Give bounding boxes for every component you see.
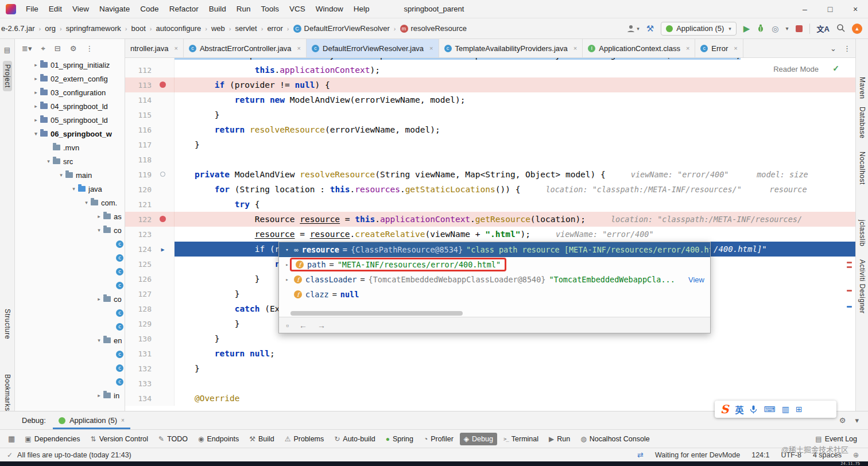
project-view-dropdown-icon[interactable]: ≣▾: [22, 44, 32, 53]
chevron-right-icon[interactable]: ▸: [32, 76, 40, 81]
toolwindow-button-vcs[interactable]: ⇅Version Control: [87, 433, 153, 445]
collapse-all-icon[interactable]: ⊟: [55, 44, 61, 53]
breadcrumb-item[interactable]: CDefaultErrorViewResolver: [293, 24, 390, 33]
breadcrumb-item[interactable]: mresolveResource: [400, 24, 467, 33]
back-icon[interactable]: ←: [299, 321, 307, 330]
tab-options-icon[interactable]: ⋮: [843, 44, 851, 53]
editor-tab[interactable]: cError×: [695, 39, 743, 57]
code-line-112[interactable]: 112 this.applicationContext);: [125, 63, 855, 77]
toolwindow-button-profiler[interactable]: ◔Profiler: [420, 433, 458, 445]
tree-item[interactable]: ▸03_configuration: [15, 86, 125, 99]
close-button[interactable]: ×: [843, 0, 868, 18]
debug-session-tab[interactable]: Application (5) ×: [53, 411, 130, 429]
chevron-right-icon[interactable]: ▸: [95, 213, 103, 219]
tree-item[interactable]: c: [15, 306, 125, 320]
code-line-133[interactable]: 133: [125, 376, 855, 391]
code-line-120[interactable]: 120 for (String location : this.resource…: [125, 182, 855, 197]
build-hammer-icon[interactable]: ⚒: [646, 24, 654, 34]
menu-item-build[interactable]: Build: [204, 0, 231, 18]
menu-item-navigate[interactable]: Navigate: [94, 0, 135, 18]
toolwindow-button-todo[interactable]: ✎TODO: [154, 433, 192, 445]
close-icon[interactable]: ×: [734, 45, 737, 52]
error-stripe-mark[interactable]: [847, 266, 852, 268]
menu-item-edit[interactable]: Edit: [44, 0, 67, 18]
breadcrumb-item[interactable]: org: [45, 24, 56, 33]
tree-item[interactable]: c: [15, 278, 125, 292]
tree-item[interactable]: c: [15, 265, 125, 278]
hide-icon[interactable]: ▾: [855, 416, 859, 425]
bp-gutter-icon[interactable]: [152, 81, 174, 89]
toolwindow-button-nocalhost[interactable]: ◍Nocalhost Console: [576, 433, 653, 445]
forward-icon[interactable]: →: [317, 321, 326, 330]
close-icon[interactable]: ×: [297, 45, 301, 52]
tool-stripe-bookmarks[interactable]: Bookmarks: [3, 374, 11, 411]
toolwindow-button-autobuild[interactable]: ↻Auto-build: [330, 433, 379, 445]
tree-item[interactable]: ▸05_springboot_ld: [15, 113, 125, 127]
chevron-down-icon[interactable]: ▾: [284, 247, 290, 253]
tree-item[interactable]: c: [15, 320, 125, 333]
popup-header-row[interactable]: ▾∞resource = {ClassPathResource@8534} "c…: [279, 242, 710, 257]
toolwindow-button-build[interactable]: ⚒Build: [245, 433, 278, 445]
toolwindow-button-run[interactable]: ▶Run: [545, 433, 574, 445]
code-line-121[interactable]: 121 try {: [125, 197, 855, 212]
code-line-111[interactable]: 111 TemplateAvailabilityProvider provide…: [125, 58, 855, 63]
editor-tab[interactable]: IApplicationContext.class×: [583, 39, 695, 57]
breadcrumb-item[interactable]: boot: [131, 24, 145, 33]
tree-item[interactable]: ▾com.: [15, 196, 125, 209]
menu-item-run[interactable]: Run: [231, 0, 256, 18]
menu-item-tools[interactable]: Tools: [255, 0, 284, 18]
bp-gutter-icon[interactable]: [152, 216, 174, 223]
breadcrumb-item[interactable]: error: [267, 24, 282, 33]
code-line-118[interactable]: 118: [125, 152, 855, 167]
menu-item-code[interactable]: Code: [135, 0, 164, 18]
code-editor[interactable]: 111 TemplateAvailabilityProvider provide…: [125, 58, 855, 411]
tool-stripe-activiti-designer[interactable]: Activiti Designer: [858, 259, 866, 314]
chevron-right-icon[interactable]: ▸: [32, 103, 40, 109]
menu-item-help[interactable]: Help: [348, 0, 375, 18]
tree-item[interactable]: ▸as: [15, 209, 125, 223]
more-run-actions-icon[interactable]: ▾: [786, 25, 789, 32]
toolwindow-button-dep[interactable]: ▣Dependencies: [21, 433, 84, 445]
tree-item[interactable]: ▸in: [15, 389, 125, 402]
ov-gutter-icon[interactable]: [152, 172, 174, 178]
toolbox-icon[interactable]: ▥: [782, 405, 789, 414]
error-stripe-mark[interactable]: [847, 262, 852, 263]
popup-hscrollbar[interactable]: [280, 311, 709, 317]
chevron-down-icon[interactable]: ▾: [83, 200, 90, 205]
debug-bug-icon[interactable]: [757, 24, 765, 34]
minimize-button[interactable]: –: [792, 0, 817, 18]
menu-item-vcs[interactable]: VCS: [284, 0, 311, 18]
run-button[interactable]: ▶: [743, 24, 750, 34]
microphone-icon[interactable]: [750, 405, 757, 414]
chevron-right-icon[interactable]: ▸: [32, 117, 40, 123]
search-icon[interactable]: [836, 24, 845, 34]
pin-icon[interactable]: ▫: [286, 321, 289, 330]
tree-item[interactable]: ▸co: [15, 292, 125, 306]
menu-item-refactor[interactable]: Refactor: [164, 0, 204, 18]
locate-file-icon[interactable]: ⌖: [41, 44, 45, 53]
user-icon[interactable]: ▾: [626, 24, 640, 33]
inspection-ok-icon[interactable]: ✓: [832, 64, 839, 73]
tree-item[interactable]: c: [15, 347, 125, 361]
tool-stripe-nocalhost[interactable]: Nocalhost: [858, 152, 866, 185]
tool-stripe-project[interactable]: Project: [3, 61, 12, 91]
code-line-117[interactable]: 117 }: [125, 137, 855, 152]
tool-stripe-maven[interactable]: Maven: [858, 77, 866, 99]
reader-mode-toggle[interactable]: Reader Mode: [773, 65, 819, 73]
tree-item[interactable]: ▾java: [15, 182, 125, 196]
tree-item[interactable]: c: [15, 251, 125, 265]
variable-row-clazz[interactable]: fclazz = null: [279, 287, 710, 302]
chevron-right-icon[interactable]: ▸: [32, 62, 40, 68]
toolwindow-button-spring[interactable]: ●Spring: [382, 433, 417, 445]
tree-item[interactable]: ▾en: [15, 333, 125, 347]
tool-stripe-database[interactable]: Database: [858, 107, 866, 138]
tree-item[interactable]: ▾src: [15, 154, 125, 168]
breadcrumb-item[interactable]: springframework: [66, 24, 121, 33]
variable-row-classLoader[interactable]: ▸fclassLoader = {TomcatEmbeddedWebappCla…: [279, 272, 710, 287]
grid-icon[interactable]: ⊞: [796, 405, 803, 414]
translate-icon[interactable]: 文A: [817, 23, 830, 34]
code-line-123[interactable]: 123 resource = resource.createRelative(v…: [125, 227, 855, 242]
breadcrumb-item[interactable]: e-2.6.7.jar: [1, 24, 35, 33]
sogou-logo-icon[interactable]: S: [720, 403, 728, 415]
scrollbar-thumb[interactable]: [290, 311, 463, 316]
